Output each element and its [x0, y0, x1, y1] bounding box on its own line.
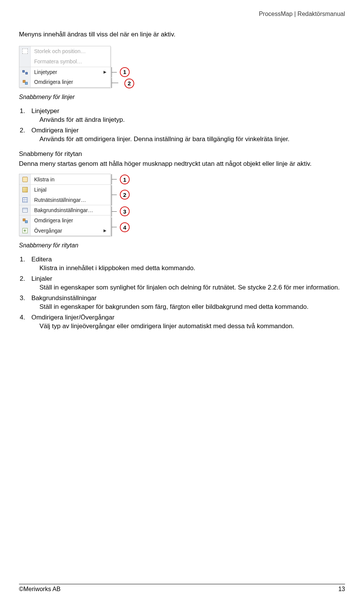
background-icon [19, 205, 31, 215]
transitions-icon: + [19, 225, 31, 236]
list-body: Används för att ändra linjetyp. [39, 116, 345, 124]
list-title: Omdirigera linjer/Övergångar [31, 314, 115, 321]
callout-badge-3: 3 [120, 206, 130, 216]
list-number: 1. [20, 256, 30, 263]
menu-item-label: Övergångar [31, 228, 104, 234]
header-breadcrumb: ProcessMap | Redaktörsmanual [259, 11, 345, 17]
menu-item-label: Omdirigera linjer [31, 79, 104, 85]
menu-item-label: Formatera symbol… [31, 58, 104, 64]
redirect-lines-icon [19, 215, 31, 225]
footer-copyright: ©Meriworks AB [19, 586, 61, 593]
format-symbol-icon [19, 57, 31, 67]
footer-page-number: 13 [338, 586, 345, 593]
list-number: 2. [20, 275, 30, 283]
callout-badge-4: 4 [120, 222, 130, 232]
redirect-lines-icon [19, 77, 31, 87]
menu-item-format-symbol[interactable]: Formatera symbol… [19, 57, 110, 67]
size-position-icon [19, 46, 31, 57]
menu-item-redirect-lines[interactable]: Omdirigera linjer [19, 77, 110, 87]
callout-badge-2: 2 [124, 79, 134, 88]
list-title: Omdirigera linjer [31, 127, 79, 134]
callout-badge-2: 2 [120, 190, 130, 200]
intro-text-1: Menyns innehåll ändras till viss del när… [19, 30, 345, 39]
menu-item-paste[interactable]: Klistra in [19, 174, 110, 184]
menu-item-label: Rutnätsinställningar… [31, 197, 104, 203]
list-body: Klistra in innehållet i klippboken med d… [39, 264, 345, 272]
figure-menu-canvas: Klistra in Linjal Rutnätsinställningar… … [19, 174, 345, 239]
menu-item-label: Klistra in [31, 176, 104, 182]
menu-item-linetypes[interactable]: Linjetyper ▶ [19, 67, 110, 77]
menu-item-size-position[interactable]: Storlek och position… [19, 46, 110, 57]
menu-item-grid-settings[interactable]: Rutnätsinställningar… [19, 195, 110, 205]
figure-menu-lines: Storlek och position… Formatera symbol… … [19, 46, 345, 91]
figure-caption-1: Snabbmeny för linjer [19, 93, 345, 101]
list-title: Bakgrundsinställningar [31, 294, 97, 302]
page-footer: ©Meriworks AB 13 [19, 584, 345, 593]
list-title: Linjetyper [31, 107, 60, 115]
list-canvas-explanation: 1. Editera Klistra in innehållet i klipp… [19, 256, 345, 330]
list-body: Ställ in egenskaper för bakgrunden som f… [39, 303, 345, 311]
linetypes-icon [19, 67, 31, 77]
list-number: 1. [20, 107, 30, 115]
submenu-arrow-icon: ▶ [104, 70, 110, 74]
menu-item-redirect-lines-2[interactable]: Omdirigera linjer [19, 215, 110, 225]
ruler-icon [19, 185, 31, 195]
paste-icon [19, 174, 31, 184]
callout-badge-1: 1 [120, 175, 130, 184]
callout-badge-1: 1 [120, 67, 130, 77]
menu-item-label: Storlek och position… [31, 48, 104, 54]
list-body: Ställ in egenskaper som synlighet för li… [39, 284, 345, 291]
list-body: Används för att omdirigera linjer. Denna… [39, 135, 345, 143]
list-number: 3. [20, 294, 30, 302]
menu-item-label: Bakgrundsinställningar… [31, 207, 104, 213]
context-menu-lines: Storlek och position… Formatera symbol… … [19, 46, 111, 88]
context-menu-canvas: Klistra in Linjal Rutnätsinställningar… … [19, 174, 111, 236]
list-number: 4. [20, 314, 30, 321]
menu-item-label: Linjetyper [31, 69, 104, 75]
section-body-canvas-menu: Denna meny startas genom att hålla höger… [19, 160, 345, 168]
list-number: 2. [20, 127, 30, 134]
menu-item-transitions[interactable]: + Övergångar ▶ [19, 225, 110, 236]
grid-icon [19, 195, 31, 205]
menu-item-ruler[interactable]: Linjal [19, 184, 110, 195]
list-title: Linjaler [31, 275, 52, 282]
list-body: Välj typ av linjeövergångar eller omdiri… [39, 322, 345, 330]
list-lines-explanation: 1. Linjetyper Används för att ändra linj… [19, 107, 345, 143]
menu-item-label: Omdirigera linjer [31, 217, 104, 223]
list-title: Editera [31, 256, 52, 263]
submenu-arrow-icon: ▶ [104, 228, 110, 233]
figure-caption-2: Snabbmeny för ritytan [19, 241, 345, 250]
section-heading-canvas-menu: Snabbmeny för ritytan [19, 150, 345, 159]
menu-item-background-settings[interactable]: Bakgrundsinställningar… [19, 205, 110, 215]
menu-item-label: Linjal [31, 187, 104, 193]
